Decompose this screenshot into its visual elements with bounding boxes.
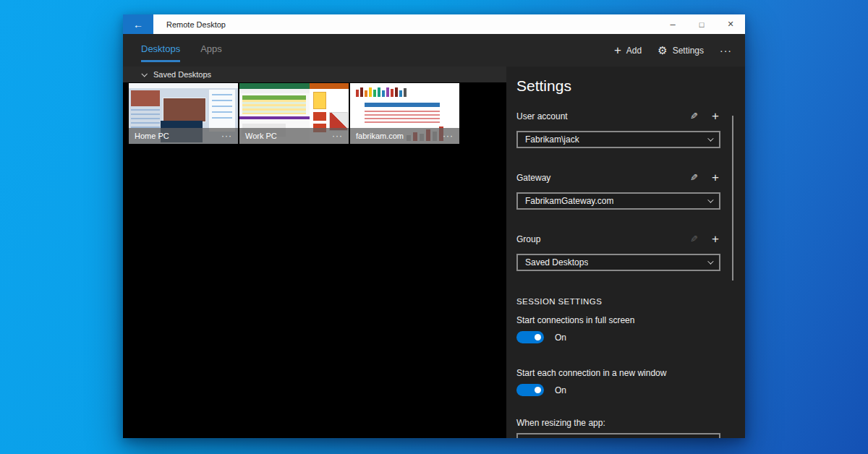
gateway-label: Gateway — [516, 173, 550, 183]
settings-scrollbar[interactable] — [732, 116, 733, 280]
edit-group-icon: ✎ — [690, 234, 698, 244]
fullscreen-toggle[interactable] — [516, 331, 544, 343]
chevron-down-icon — [707, 135, 713, 141]
desktop-thumbnails: Home PC ··· — [123, 82, 506, 144]
group-label: Group — [516, 234, 540, 244]
fullscreen-toggle-group: Start connections in full screen On — [516, 315, 720, 343]
back-icon: ← — [133, 19, 143, 30]
thumbnail-label-bar: Work PC ··· — [239, 128, 349, 144]
add-group-icon[interactable]: + — [712, 233, 719, 245]
user-account-value: Fabrikam\jack — [525, 134, 579, 145]
new-window-toggle-label: Start each connection in a new window — [516, 368, 720, 378]
gateway-value: FabrikamGateway.com — [525, 196, 613, 206]
chevron-down-icon — [141, 71, 147, 77]
desktop-tile-work-pc[interactable]: Work PC ··· — [239, 83, 349, 144]
resize-behavior-value: Stretch the content, preserving aspect r… — [525, 437, 691, 438]
add-label: Add — [626, 46, 642, 56]
fullscreen-toggle-state: On — [555, 333, 566, 343]
window-controls: – □ ✕ — [658, 14, 745, 34]
fullscreen-toggle-label: Start connections in full screen — [516, 315, 720, 325]
desktop-name: Work PC — [245, 132, 277, 140]
minimize-button[interactable]: – — [658, 14, 687, 34]
group-dropdown[interactable]: Saved Desktops — [516, 254, 720, 271]
group-header-label: Saved Desktops — [153, 70, 211, 79]
desktop-name: Home PC — [135, 132, 169, 140]
header-actions: + Add ⚙ Settings ··· — [614, 34, 745, 67]
tab-desktops-label: Desktops — [141, 43, 180, 54]
session-settings-heading: SESSION SETTINGS — [516, 297, 720, 306]
group-value: Saved Desktops — [525, 257, 588, 267]
group-field: Group ✎ + Saved Desktops — [516, 233, 720, 271]
maximize-button[interactable]: □ — [687, 14, 716, 34]
chevron-down-icon — [707, 258, 713, 264]
toggle-knob — [535, 334, 541, 340]
edit-user-account-icon[interactable]: ✎ — [690, 111, 698, 121]
resize-behavior-dropdown[interactable]: Stretch the content, preserving aspect r… — [516, 433, 720, 438]
gear-icon: ⚙ — [658, 45, 667, 56]
user-account-dropdown[interactable]: Fabrikam\jack — [516, 131, 720, 148]
settings-title: Settings — [516, 77, 720, 95]
user-account-field: User account ✎ + Fabrikam\jack — [516, 110, 720, 148]
settings-panel: Settings User account ✎ + Fabrikam\jack — [506, 67, 745, 438]
back-button[interactable]: ← — [123, 14, 153, 34]
more-options-button[interactable]: ··· — [720, 45, 732, 56]
gateway-field: Gateway ✎ + FabrikamGateway.com — [516, 171, 720, 210]
app-header: Desktops Apps + Add ⚙ Settings ··· — [123, 34, 745, 67]
title-bar: ← Remote Desktop – □ ✕ — [123, 14, 745, 34]
gateway-dropdown[interactable]: FabrikamGateway.com — [516, 192, 720, 210]
tab-desktops[interactable]: Desktops — [141, 34, 180, 62]
plus-icon: + — [614, 44, 621, 56]
new-window-toggle-state: On — [555, 385, 566, 395]
thumbnail-label-bar: Home PC ··· — [129, 128, 238, 144]
chevron-down-icon — [707, 437, 713, 438]
new-window-toggle[interactable] — [516, 384, 544, 396]
add-button[interactable]: + Add — [614, 44, 642, 56]
new-window-toggle-group: Start each connection in a new window On — [516, 368, 720, 396]
desktops-panel: Saved Desktops Home PC — [123, 67, 506, 438]
app-body: Desktops Apps + Add ⚙ Settings ··· — [123, 34, 745, 438]
settings-button[interactable]: ⚙ Settings — [658, 45, 704, 56]
resize-behavior-label: When resizing the app: — [516, 418, 720, 428]
toggle-knob — [535, 387, 541, 393]
close-button[interactable]: ✕ — [716, 14, 745, 34]
desktop-tile-home-pc[interactable]: Home PC ··· — [129, 83, 238, 144]
desktop-tile-fabrikam[interactable]: fabrikam.com ··· — [350, 83, 459, 144]
tile-more-icon[interactable]: ··· — [332, 131, 343, 141]
chevron-down-icon — [707, 197, 713, 202]
settings-label: Settings — [673, 46, 704, 56]
desktop-background: ← Remote Desktop – □ ✕ Desktops Apps — [0, 0, 868, 454]
main-content: Saved Desktops Home PC — [123, 67, 745, 438]
user-account-label: User account — [516, 111, 568, 121]
thumbnail-label-bar: fabrikam.com ··· — [350, 128, 459, 144]
tab-apps[interactable]: Apps — [200, 34, 222, 62]
add-gateway-icon[interactable]: + — [712, 171, 719, 184]
tab-bar: Desktops Apps — [141, 34, 222, 67]
tab-apps-label: Apps — [200, 43, 222, 54]
edit-gateway-icon[interactable]: ✎ — [690, 172, 698, 183]
saved-desktops-header[interactable]: Saved Desktops — [123, 67, 506, 82]
remote-desktop-window: ← Remote Desktop – □ ✕ Desktops Apps — [123, 14, 745, 438]
tile-more-icon[interactable]: ··· — [221, 131, 232, 141]
desktop-name: fabrikam.com — [356, 132, 404, 140]
window-title: Remote Desktop — [166, 20, 226, 29]
add-user-account-icon[interactable]: + — [712, 110, 719, 122]
tile-more-icon[interactable]: ··· — [443, 131, 454, 141]
